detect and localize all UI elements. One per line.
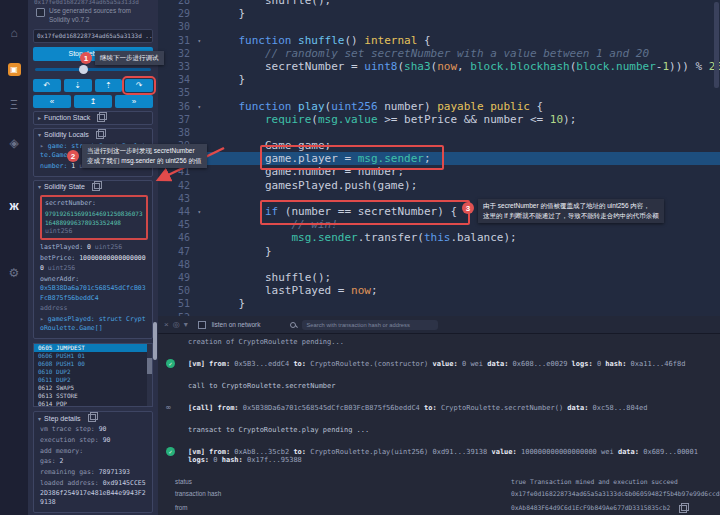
opcodes-scrollbar[interactable] [147, 344, 152, 406]
line-number[interactable]: 31▾ [158, 34, 204, 47]
step-details-title: Step details [44, 415, 81, 422]
terminal-badge-icon[interactable]: ◎ [173, 320, 180, 329]
step-out-button[interactable]: ↥ [74, 95, 112, 108]
state-owner-addr-row[interactable]: ownerAddr:0x5B38Da6a701c568545dCfcB03FcB… [40, 275, 148, 314]
line-number[interactable]: 42 [158, 179, 204, 192]
terminal-expand-icon[interactable]: × [164, 320, 169, 329]
terminal-icons[interactable]: ×◎▾ [164, 320, 192, 329]
line-number[interactable]: 30 [158, 20, 204, 33]
code-text: function play(uint256 number) payable pu… [212, 100, 543, 113]
terminal-log-entry[interactable]: transact to CryptoRoulette.play pending … [158, 426, 720, 435]
copy-icon[interactable] [97, 114, 105, 122]
code-line[interactable]: 38 [158, 126, 720, 139]
line-number[interactable]: 46 [158, 231, 204, 244]
function-stack-header[interactable]: ▸ Function Stack [34, 112, 152, 124]
line-number[interactable]: 34 [158, 73, 204, 86]
settings-icon[interactable]: ⚙ [0, 262, 28, 284]
copy-icon[interactable] [96, 131, 104, 139]
transaction-hash-input[interactable]: 0x17fe0d168228734ad65a5a3133d ... [33, 29, 153, 43]
solidity-locals-header[interactable]: ▾ Solidity Locals [34, 129, 152, 141]
line-number[interactable]: 49 [158, 271, 204, 284]
use-generated-sources-checkbox[interactable] [36, 8, 45, 17]
code-line[interactable]: 37 require(msg.value >= betPrice && numb… [158, 113, 720, 126]
code-line[interactable]: 46 msg.sender.transfer(this.balance); [158, 231, 720, 244]
line-number[interactable]: 28 [158, 0, 204, 7]
line-number[interactable]: 37 [158, 113, 204, 126]
terminal-log-entry[interactable]: call to CryptoRoulette.secretNumber [158, 382, 720, 391]
terminal-log-entry[interactable]: ✓[vm] from: 0x5B3...eddC4 to: CryptoRoul… [158, 360, 720, 369]
line-number[interactable]: 32 [158, 47, 204, 60]
opcodes-list[interactable]: 0605 JUMPDEST0606 PUSH1 010608 PUSH1 000… [33, 343, 153, 407]
code-editor[interactable]: 28 shuffle();29 }3031▾ function shuffle(… [158, 0, 720, 316]
terminal-log-entry[interactable]: ✓[vm] from: 0xAb8...35cb2 to: CryptoRoul… [158, 448, 720, 465]
line-number[interactable]: 36▾ [158, 100, 204, 113]
code-line[interactable]: 36▾ function play(uint256 number) payabl… [158, 100, 720, 113]
solidity-compiler-icon[interactable]: ▣ [0, 58, 28, 80]
line-number[interactable]: 50 [158, 284, 204, 297]
chevron-down-icon: ▸ [38, 114, 41, 121]
code-line[interactable]: 48 [158, 258, 720, 271]
line-number[interactable]: 29 [158, 7, 204, 20]
terminal-log-entry[interactable]: creation of CryptoRoulette pending... [158, 338, 720, 347]
line-number[interactable]: 44▾ [158, 205, 204, 218]
line-number[interactable]: 48 [158, 258, 204, 271]
terminal-chevron-icon[interactable]: ▾ [184, 320, 188, 329]
debugger-icon[interactable]: ж [0, 194, 28, 216]
debug-step-slider[interactable] [35, 65, 151, 73]
listen-on-network-checkbox[interactable] [198, 321, 206, 329]
jump-next-breakpoint-button[interactable]: » [115, 95, 153, 108]
copy-icon[interactable] [88, 414, 96, 422]
state-variable-row[interactable]: lastPlayed: 0 uint256 [40, 243, 148, 253]
fold-caret-icon[interactable]: ▾ [197, 100, 201, 113]
code-line[interactable]: 32 // randomly set secretNumber with a v… [158, 47, 720, 60]
code-line[interactable]: 35 [158, 86, 720, 99]
line-number[interactable]: 33 [158, 60, 204, 73]
code-line[interactable]: 30 [158, 20, 720, 33]
code-line[interactable]: 49 shuffle(); [158, 271, 720, 284]
use-generated-sources-option[interactable]: Use generated sources from Solidity v0.7… [36, 7, 152, 25]
deploy-run-icon[interactable]: Ξ [0, 94, 28, 116]
code-line[interactable]: 40 game.player = msg.sender; [158, 152, 720, 165]
code-line[interactable]: 51 } [158, 297, 720, 310]
code-line[interactable]: 39 Game game; [158, 139, 720, 152]
code-line[interactable]: 33 secretNumber = uint8(sha3(now, block.… [158, 60, 720, 73]
chevron-down-icon: ▾ [38, 131, 41, 138]
editor-scrollbar[interactable] [714, 2, 719, 88]
step-over-forward-button[interactable]: ↷ [125, 79, 153, 92]
line-number[interactable]: 43 [158, 192, 204, 205]
code-text: game.player = msg.sender; [212, 152, 431, 165]
state-variable-row[interactable]: betPrice: 100000000000000000 uint256 [40, 254, 148, 274]
state-games-played-row[interactable]: ▸ gamesPlayed: struct CryptoRoulette.Gam… [40, 315, 148, 335]
fold-caret-icon[interactable]: ▾ [197, 34, 201, 47]
terminal: ×◎▾ listen on network creation of Crypto… [158, 316, 720, 515]
code-line[interactable]: 47 } [158, 245, 720, 258]
line-number[interactable]: 35 [158, 86, 204, 99]
terminal-search-input[interactable] [302, 320, 438, 330]
code-line[interactable]: 34 } [158, 73, 720, 86]
code-line[interactable]: 29 } [158, 7, 720, 20]
code-line[interactable]: 42 gamesPlayed.push(game); [158, 179, 720, 192]
code-text: game.number = number; [212, 165, 404, 178]
plugin-manager-icon[interactable]: ◈ [0, 132, 28, 154]
code-line[interactable]: 50 lastPlayed = now; [158, 284, 720, 297]
line-number[interactable]: 47 [158, 245, 204, 258]
code-line[interactable]: 41 game.number = number; [158, 165, 720, 178]
copy-icon[interactable] [679, 505, 687, 513]
code-line[interactable]: 31▾ function shuffle() internal { [158, 34, 720, 47]
line-number[interactable]: 51 [158, 297, 204, 310]
step-into-button[interactable]: ⇡ [95, 79, 123, 92]
solidity-state-header[interactable]: ▾ Solidity State [34, 181, 152, 193]
code-line[interactable]: 28 shuffle(); [158, 0, 720, 7]
copy-icon[interactable] [92, 183, 100, 191]
slider-thumb[interactable] [79, 65, 88, 74]
terminal-log-entry[interactable]: ∞[call] from: 0x5B38Da6a701c568545dCfcB0… [158, 404, 720, 413]
line-number[interactable]: 38 [158, 126, 204, 139]
home-icon[interactable]: ⌂ [0, 22, 28, 44]
step-over-back-button[interactable]: ↶ [33, 79, 61, 92]
step-details-header[interactable]: ▾ Step details [34, 412, 152, 424]
jump-previous-breakpoint-button[interactable]: « [33, 95, 71, 108]
line-number[interactable]: 45 [158, 218, 204, 231]
fold-caret-icon[interactable]: ▾ [197, 205, 201, 218]
panel-scrollbar[interactable] [153, 322, 157, 360]
step-back-button[interactable]: ⇣ [64, 79, 92, 92]
